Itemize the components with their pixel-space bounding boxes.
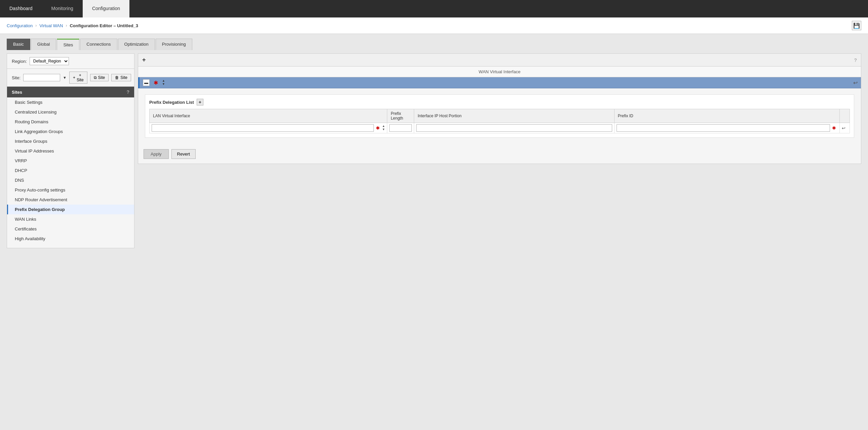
col-prefix-length: Prefix Length bbox=[387, 109, 414, 123]
site-label: Site: bbox=[12, 75, 21, 80]
nav-vrrp[interactable]: VRRP bbox=[7, 156, 134, 166]
nav-list: Basic Settings Centralized Licensing Rou… bbox=[7, 97, 134, 243]
wan-top-bar: + ? bbox=[138, 54, 861, 67]
cell-prefix-length: 64 bbox=[387, 123, 414, 133]
breadcrumb-config[interactable]: Configuration bbox=[7, 23, 33, 28]
wan-undo-icon[interactable]: ↩ bbox=[853, 79, 858, 86]
cell-row-actions: ↩ bbox=[840, 123, 850, 133]
prefix-delegation-header: Prefix Delegation List + bbox=[149, 99, 850, 105]
tab-connections[interactable]: Connections bbox=[80, 39, 117, 50]
interface-ip-host-portion-input[interactable] bbox=[416, 124, 612, 132]
nav-high-availability[interactable]: High Availability bbox=[7, 234, 134, 243]
sites-header: Sites ? bbox=[7, 87, 134, 97]
copy-icon: ⧉ bbox=[94, 75, 97, 80]
prefix-table: LAN Virtual Interface Prefix Length Inte… bbox=[149, 109, 850, 133]
region-label: Region: bbox=[12, 59, 27, 64]
region-row: Region: Default_Region bbox=[7, 54, 134, 69]
site-row: Site: ▼ + + Site ⧉ Site 🗑 Site bbox=[7, 69, 134, 87]
tab-provisioning[interactable]: Provisioning bbox=[156, 39, 192, 50]
tab-bar: Basic Global Sites Connections Optimizat… bbox=[0, 39, 868, 50]
left-panel: Region: Default_Region Site: ▼ + + Site … bbox=[7, 54, 134, 248]
nav-certificates[interactable]: Certificates bbox=[7, 224, 134, 234]
tab-sites[interactable]: Sites bbox=[57, 39, 79, 50]
tab-optimization[interactable]: Optimization bbox=[118, 39, 155, 50]
copy-site-button[interactable]: ⧉ Site bbox=[90, 74, 109, 81]
tab-basic[interactable]: Basic bbox=[7, 39, 30, 50]
lan-virtual-interface-input[interactable] bbox=[152, 124, 374, 132]
wan-section: + ? WAN Virtual Interface ▬ ✱ ▲ ▼ ↩ bbox=[138, 54, 861, 164]
table-row: ✱ ▲ ▼ 64 bbox=[150, 123, 850, 133]
required-star-prefix: ✱ bbox=[832, 125, 836, 131]
plus-icon: + bbox=[73, 75, 75, 80]
col-actions bbox=[840, 109, 850, 123]
prefix-delegation-section: Prefix Delegation List + LAN Virtual Int… bbox=[145, 94, 854, 138]
revert-button[interactable]: Revert bbox=[172, 149, 196, 159]
add-prefix-row-button[interactable]: + bbox=[197, 99, 204, 105]
nav-dhcp[interactable]: DHCP bbox=[7, 166, 134, 175]
cell-interface-ip-host-portion bbox=[414, 123, 614, 133]
col-interface-ip-host-portion: Interface IP Host Portion bbox=[414, 109, 614, 123]
add-site-button[interactable]: + + Site bbox=[69, 72, 87, 84]
breadcrumb-vwan[interactable]: Virtual WAN bbox=[39, 23, 63, 28]
nav-centralized-licensing[interactable]: Centralized Licensing bbox=[7, 107, 134, 117]
wan-down-arrow[interactable]: ▼ bbox=[162, 82, 165, 86]
nav-proxy-auto-config[interactable]: Proxy Auto-config settings bbox=[7, 185, 134, 195]
site-input[interactable] bbox=[23, 74, 60, 81]
col-lan-virtual-interface: LAN Virtual Interface bbox=[150, 109, 387, 123]
nav-monitoring[interactable]: Monitoring bbox=[42, 0, 83, 18]
main-content: Region: Default_Region Site: ▼ + + Site … bbox=[0, 50, 868, 252]
wan-interface-row: ▬ ✱ ▲ ▼ ↩ bbox=[138, 77, 861, 88]
breadcrumb: Configuration › Virtual WAN › Configurat… bbox=[0, 18, 868, 34]
prefix-delegation-title: Prefix Delegation List bbox=[149, 100, 194, 105]
nav-dns[interactable]: DNS bbox=[7, 175, 134, 185]
breadcrumb-sep-2: › bbox=[66, 23, 67, 28]
action-buttons: Apply Revert bbox=[138, 144, 861, 164]
top-nav: Dashboard Monitoring Configuration bbox=[0, 0, 868, 18]
apply-button[interactable]: Apply bbox=[144, 149, 169, 159]
nav-wan-links[interactable]: WAN Links bbox=[7, 214, 134, 224]
breadcrumb-sep-1: › bbox=[35, 23, 37, 28]
prefix-length-input[interactable]: 64 bbox=[389, 124, 412, 132]
wan-row-spinner[interactable]: ▲ ▼ bbox=[162, 79, 165, 86]
sites-help-icon[interactable]: ? bbox=[126, 89, 129, 95]
nav-basic-settings[interactable]: Basic Settings bbox=[7, 97, 134, 107]
tab-global[interactable]: Global bbox=[31, 39, 57, 50]
region-select[interactable]: Default_Region bbox=[30, 57, 69, 65]
required-star-wan: ✱ bbox=[154, 79, 158, 86]
col-prefix-id: Prefix ID bbox=[614, 109, 839, 123]
nav-configuration[interactable]: Configuration bbox=[83, 0, 129, 18]
nav-dashboard[interactable]: Dashboard bbox=[0, 0, 42, 18]
cell-lan-virtual-interface: ✱ ▲ ▼ bbox=[150, 123, 387, 133]
wan-virtual-interface-title: WAN Virtual Interface bbox=[138, 67, 861, 77]
collapse-button[interactable]: ▬ bbox=[143, 79, 150, 86]
nav-ndp-router-adv[interactable]: NDP Router Advertisement bbox=[7, 195, 134, 205]
cell-prefix-id: ✱ bbox=[614, 123, 839, 133]
breadcrumb-current: Configuration Editor – Untitled_3 bbox=[70, 23, 138, 28]
nav-interface-groups[interactable]: Interface Groups bbox=[7, 136, 134, 146]
lan-spinner[interactable]: ▲ ▼ bbox=[382, 125, 385, 131]
site-dropdown-arrow[interactable]: ▼ bbox=[63, 75, 67, 79]
nav-virtual-ip-addresses[interactable]: Virtual IP Addresses bbox=[7, 146, 134, 156]
collapse-icon: ▬ bbox=[144, 80, 148, 85]
lan-down-arrow[interactable]: ▼ bbox=[382, 128, 385, 131]
nav-routing-domains[interactable]: Routing Domains bbox=[7, 117, 134, 127]
required-star-lan: ✱ bbox=[376, 125, 380, 131]
sites-header-label: Sites bbox=[12, 90, 22, 95]
delete-site-button[interactable]: 🗑 Site bbox=[111, 74, 131, 81]
nav-prefix-delegation-group[interactable]: Prefix Delegation Group bbox=[7, 205, 134, 214]
save-icon: 💾 bbox=[853, 23, 860, 29]
add-wan-interface-button[interactable]: + bbox=[142, 57, 146, 64]
nav-link-aggregation-groups[interactable]: Link Aggregation Groups bbox=[7, 127, 134, 136]
delete-icon: 🗑 bbox=[115, 75, 119, 80]
prefix-id-input[interactable] bbox=[617, 124, 830, 132]
save-button[interactable]: 💾 bbox=[852, 21, 861, 30]
row-undo-icon[interactable]: ↩ bbox=[842, 126, 845, 131]
right-panel: + ? WAN Virtual Interface ▬ ✱ ▲ ▼ ↩ bbox=[138, 54, 861, 248]
wan-help-icon[interactable]: ? bbox=[854, 58, 857, 63]
